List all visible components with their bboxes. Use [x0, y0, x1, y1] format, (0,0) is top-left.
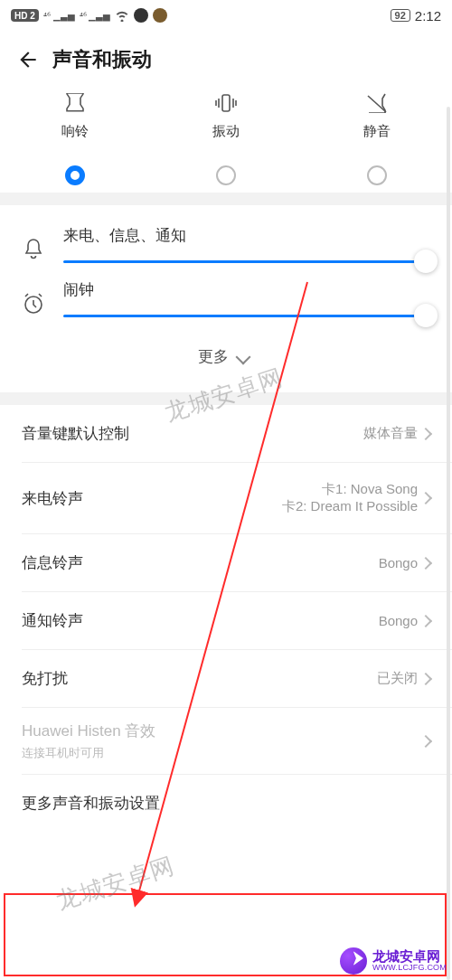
slider-alarm-thumb[interactable] [414, 304, 438, 327]
chevron-right-icon [419, 672, 432, 684]
mode-ring[interactable]: 响铃 [0, 92, 151, 185]
bell-mute-icon [363, 92, 391, 114]
slider-call[interactable] [63, 260, 427, 263]
slider-call-thumb[interactable] [414, 250, 438, 273]
signal-2-icon: ⁴⁶ ▁▃▅ [80, 11, 111, 21]
volume-sliders: 来电、信息、通知 闹钟 更多 [0, 205, 452, 392]
scrollbar[interactable] [447, 107, 450, 980]
clock: 2:12 [415, 8, 441, 24]
site-badge-en: WWW.LCJFG.COM [372, 964, 447, 972]
item-dnd-value: 已关闭 [377, 670, 418, 687]
mode-silent-label: 静音 [363, 123, 391, 140]
item-more-sound[interactable]: 更多声音和振动设置 [0, 775, 452, 839]
slider-call-label: 来电、信息、通知 [63, 225, 427, 246]
arrow-left-icon [16, 48, 40, 71]
signal-1-icon: ⁴⁶ ▁▃▅ [43, 11, 75, 21]
mode-vibrate[interactable]: 振动 [151, 92, 302, 185]
item-histen-label: Huawei Histen 音效 [22, 721, 155, 741]
back-button[interactable] [14, 46, 42, 73]
status-right: 92 2:12 [391, 8, 441, 24]
item-ringtone-label: 来电铃声 [22, 488, 83, 509]
item-dnd-label: 免打扰 [22, 668, 68, 689]
alarm-clock-icon [20, 290, 47, 317]
wifi-icon [115, 9, 129, 22]
item-histen-sub: 连接耳机时可用 [22, 745, 155, 761]
bell-ring-icon [61, 92, 89, 114]
mode-silent[interactable]: 静音 [301, 92, 452, 185]
item-more-sound-label: 更多声音和振动设置 [22, 793, 160, 814]
chevron-right-icon [419, 492, 432, 504]
item-notify-value: Bongo [379, 613, 418, 628]
status-dot-2-icon [153, 8, 167, 23]
mode-ring-label: 响铃 [61, 123, 89, 140]
item-message-value: Bongo [379, 555, 418, 570]
section-divider [0, 193, 452, 205]
slider-alarm[interactable] [63, 315, 427, 317]
slider-call-row: 来电、信息、通知 [20, 225, 427, 263]
radio-ring[interactable] [65, 165, 85, 185]
item-dnd[interactable]: 免打扰 已关闭 [0, 650, 452, 707]
item-ringtone-value-1: 卡1: Nova Song [322, 481, 418, 498]
item-ringtone[interactable]: 来电铃声 卡1: Nova Song 卡2: Dream It Possible [0, 463, 452, 533]
mode-vibrate-label: 振动 [212, 123, 240, 140]
slider-alarm-row: 闹钟 [20, 279, 427, 317]
item-notify-tone[interactable]: 通知铃声 Bongo [0, 592, 452, 649]
slider-alarm-label: 闹钟 [63, 279, 427, 300]
item-message-label: 信息铃声 [22, 552, 83, 573]
chevron-down-icon [236, 349, 251, 364]
bell-outline-icon [20, 236, 47, 263]
item-notify-label: 通知铃声 [22, 610, 83, 631]
mode-selector: 响铃 振动 静音 [0, 89, 452, 193]
site-badge-icon [340, 947, 367, 975]
header: 声音和振动 [0, 31, 452, 89]
page-title: 声音和振动 [52, 46, 152, 73]
status-bar: HD 2 ⁴⁶ ▁▃▅ ⁴⁶ ▁▃▅ 92 2:12 [0, 0, 452, 31]
site-badge: 龙城安卓网 WWW.LCJFG.COM [340, 947, 447, 975]
status-dot-1-icon [134, 8, 148, 23]
watermark-2: 龙城安卓网 [52, 850, 178, 918]
radio-silent[interactable] [367, 165, 387, 185]
item-ringtone-value-2: 卡2: Dream It Possible [282, 498, 418, 515]
hd-icon: HD 2 [11, 9, 39, 22]
radio-vibrate[interactable] [216, 165, 236, 185]
chevron-right-icon [419, 734, 432, 747]
settings-list: 音量键默认控制 媒体音量 来电铃声 卡1: Nova Song 卡2: Drea… [0, 405, 452, 839]
chevron-right-icon [419, 427, 432, 439]
item-volume-key-label: 音量键默认控制 [22, 423, 129, 444]
chevron-right-icon [419, 614, 432, 627]
item-message-tone[interactable]: 信息铃声 Bongo [0, 534, 452, 591]
svg-rect-0 [222, 95, 230, 111]
section-divider-2 [0, 392, 452, 405]
vibrate-icon [212, 92, 240, 114]
chevron-right-icon [419, 556, 432, 569]
site-badge-cn: 龙城安卓网 [372, 949, 447, 964]
battery-icon: 92 [391, 9, 410, 22]
item-histen: Huawei Histen 音效 连接耳机时可用 [0, 708, 452, 774]
status-left: HD 2 ⁴⁶ ▁▃▅ ⁴⁶ ▁▃▅ [11, 8, 167, 23]
expand-more[interactable]: 更多 [20, 334, 427, 383]
expand-more-label: 更多 [198, 346, 229, 367]
item-volume-key[interactable]: 音量键默认控制 媒体音量 [0, 405, 452, 462]
item-volume-key-value: 媒体音量 [363, 425, 418, 442]
